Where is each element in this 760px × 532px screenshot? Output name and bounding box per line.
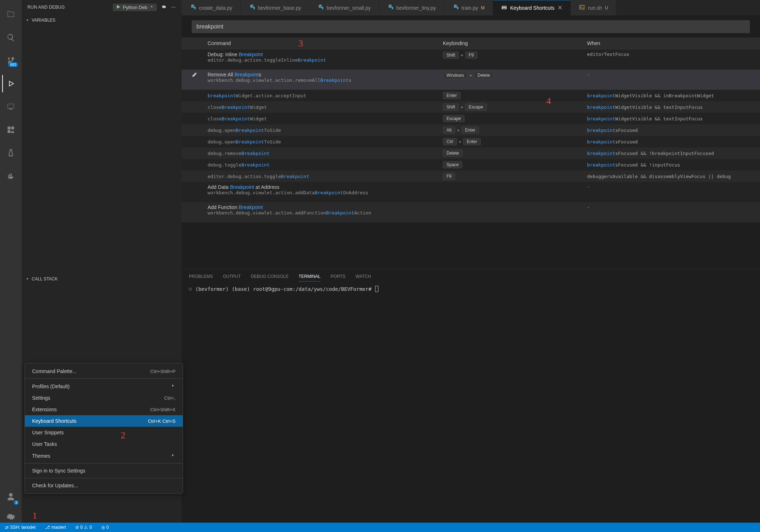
shortcut-row[interactable]: closeBreakpointWidgetShift+Escapebreakpo… xyxy=(182,101,760,113)
tab-create-data-py[interactable]: create_data.py xyxy=(182,0,241,15)
shortcut-search-input[interactable] xyxy=(192,20,750,33)
shortcut-row[interactable]: Add Data Breakpoint at Addressworkbench.… xyxy=(182,182,760,202)
remote-explorer-icon[interactable] xyxy=(2,98,19,115)
callstack-section-header[interactable]: CALL STACK xyxy=(22,273,182,285)
settings-context-menu: Command Palette...Ctrl+Shift+PProfiles (… xyxy=(25,363,183,494)
shortcut-row[interactable]: Debug: Inline Breakpointeditor.debug.act… xyxy=(182,49,760,70)
menu-label: Extensions xyxy=(32,407,57,412)
status-branch[interactable]: ⎇ mastert xyxy=(43,525,68,530)
debug-config-label: Python Deb xyxy=(123,5,147,10)
error-icon: ⊘ xyxy=(75,525,79,530)
variables-section-header[interactable]: VARIABLES xyxy=(22,14,182,26)
tab-label: train.py xyxy=(462,5,478,11)
python-icon xyxy=(190,4,196,12)
shortcut-row[interactable]: breakpointWidget.action.acceptInputEnter… xyxy=(182,90,760,101)
panel-tab-debug-console[interactable]: DEBUG CONSOLE xyxy=(251,272,289,281)
editor-tab-bar: create_data.pybevformer_base.pybevformer… xyxy=(182,0,760,16)
menu-label: User Tasks xyxy=(32,441,57,447)
tab-run-sh[interactable]: run.shU xyxy=(571,0,617,15)
shortcut-row[interactable]: debug.openBreakpointToSideCtrl+Enterbrea… xyxy=(182,136,760,147)
activity-bar: 683 3 xyxy=(0,0,22,532)
command-id: editor.debug.action.toggleBreakpoint xyxy=(208,174,443,179)
col-keybinding[interactable]: Keybinding xyxy=(443,40,587,46)
tab-bevformer-base-py[interactable]: bevformer_base.py xyxy=(241,0,310,15)
when-expression: debuggersAvailable && disassemblyViewFoc… xyxy=(587,174,760,179)
play-icon xyxy=(116,4,121,10)
menu-item-profiles-default-[interactable]: Profiles (Default) xyxy=(25,380,183,392)
shortcut-row[interactable]: editor.debug.action.toggleBreakpointF9de… xyxy=(182,170,760,182)
menu-item-user-tasks[interactable]: User Tasks xyxy=(25,438,183,450)
command-id: debug.openBreakpointToSide xyxy=(208,139,443,145)
menu-item-extensions[interactable]: ExtensionsCtrl+Shift+X xyxy=(25,404,183,415)
panel-tab-terminal[interactable]: TERMINAL xyxy=(299,272,321,281)
menu-shortcut: Ctrl+Shift+P xyxy=(150,369,175,374)
command-title: Add Data Breakpoint at Address xyxy=(208,184,443,190)
menu-item-user-snippets[interactable]: User Snippets xyxy=(25,427,183,438)
run-debug-icon[interactable] xyxy=(2,75,19,92)
shortcut-row[interactable]: Remove All Breakpointsworkbench.debug.vi… xyxy=(182,70,760,90)
tab-label: bevformer_tiny.py xyxy=(396,5,436,11)
panel-tab-output[interactable]: OUTPUT xyxy=(223,272,241,281)
panel-tab-watch[interactable]: WATCH xyxy=(356,272,371,281)
tab-bevformer-small-py[interactable]: bevformer_small.py xyxy=(309,0,379,15)
terminal-body[interactable]: (bevformer) (base) root@9gpu-com:/data/y… xyxy=(182,284,760,294)
menu-item-themes[interactable]: Themes xyxy=(25,450,183,462)
menu-label: Settings xyxy=(32,395,50,401)
command-id: breakpointWidget.action.acceptInput xyxy=(208,93,443,98)
bottom-panel: PROBLEMSOUTPUTDEBUG CONSOLETERMINALPORTS… xyxy=(182,269,760,532)
account-icon[interactable]: 3 xyxy=(2,488,19,505)
debug-config-selector[interactable]: Python Deb xyxy=(113,4,157,11)
source-control-icon[interactable]: 683 xyxy=(2,52,19,69)
tab-untracked-indicator: U xyxy=(605,5,608,10)
when-expression: - xyxy=(587,72,760,77)
menu-item-keyboard-shortcuts[interactable]: Keyboard ShortcutsCtrl+K Ctrl+S xyxy=(25,415,183,427)
pencil-icon[interactable] xyxy=(192,72,197,79)
keybinding: Delete xyxy=(443,150,587,157)
terminal-cursor xyxy=(375,286,378,292)
search-icon[interactable] xyxy=(2,29,19,46)
shortcut-row[interactable]: closeBreakpointWidgetEscapebreakpointWid… xyxy=(182,113,760,124)
col-command[interactable]: Command xyxy=(208,40,443,46)
shortcut-row[interactable]: Add Function Breakpointworkbench.debug.v… xyxy=(182,202,760,222)
command-title: Debug: Inline Breakpoint xyxy=(208,52,443,57)
menu-label: Check for Updates... xyxy=(32,483,78,488)
menu-item-command-palette-[interactable]: Command Palette...Ctrl+Shift+P xyxy=(25,365,183,377)
more-icon[interactable]: ··· xyxy=(171,4,176,10)
status-problems[interactable]: ⊘ 0 ⚠ 0 xyxy=(73,525,94,530)
status-ports[interactable]: ◎ 0 xyxy=(99,525,111,530)
shortcut-row[interactable]: debug.removeBreakpointDeletebreakpointsF… xyxy=(182,147,760,159)
panel-tab-problems[interactable]: PROBLEMS xyxy=(189,272,213,281)
command-id: workbench.debug.viewlet.action.removeAll… xyxy=(208,77,443,83)
shortcut-row[interactable]: debug.toggleBreakpointSpacebreakpointsFo… xyxy=(182,159,760,170)
command-title: Add Function Breakpoint xyxy=(208,204,443,210)
col-when[interactable]: When xyxy=(587,40,760,46)
tab-label: create_data.py xyxy=(199,5,232,11)
terminal-state-icon xyxy=(189,288,192,291)
testing-icon[interactable] xyxy=(2,144,19,161)
remote-icon: ⇄ xyxy=(5,525,9,530)
tab-bevformer-tiny-py[interactable]: bevformer_tiny.py xyxy=(379,0,444,15)
python-icon xyxy=(249,4,255,12)
docker-icon[interactable] xyxy=(2,167,19,185)
shortcut-row[interactable]: debug.openBreakpointToSideAlt+Enterbreak… xyxy=(182,124,760,136)
explorer-icon[interactable] xyxy=(2,6,19,23)
callstack-label: CALL STACK xyxy=(32,276,58,281)
keybinding: Space xyxy=(443,161,587,168)
tab-train-py[interactable]: train.pyM xyxy=(444,0,493,15)
close-icon[interactable] xyxy=(557,5,563,11)
panel-tab-ports[interactable]: PORTS xyxy=(330,272,345,281)
status-ssh[interactable]: ⇄ SSH: lanodet xyxy=(3,525,38,530)
menu-item-check-for-updates-[interactable]: Check for Updates... xyxy=(25,480,183,491)
menu-separator xyxy=(25,478,183,478)
menu-item-sign-in-to-sync-settings[interactable]: Sign in to Sync Settings xyxy=(25,465,183,476)
tab-keyboard-shortcuts[interactable]: Keyboard Shortcuts xyxy=(493,0,571,15)
keybinding: Alt+Enter xyxy=(443,127,587,134)
gear-icon[interactable] xyxy=(162,5,166,10)
menu-shortcut: Ctrl+, xyxy=(164,395,175,401)
menu-item-settings[interactable]: SettingsCtrl+, xyxy=(25,392,183,404)
command-id: workbench.debug.viewlet.action.addFuncti… xyxy=(208,210,443,216)
extensions-icon[interactable] xyxy=(2,121,19,138)
scm-badge: 683 xyxy=(8,62,18,67)
keybinding: Shift+F9 xyxy=(443,52,587,59)
tab-label: bevformer_small.py xyxy=(326,5,370,11)
